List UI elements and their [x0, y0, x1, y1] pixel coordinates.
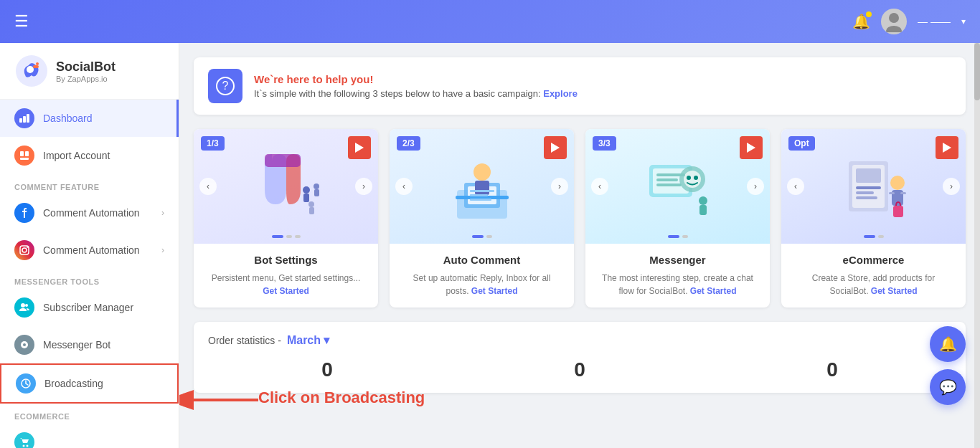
- svg-point-28: [314, 184, 319, 189]
- svg-rect-25: [265, 154, 301, 167]
- avatar[interactable]: [881, 9, 907, 34]
- import-account-label: Import Account: [43, 150, 110, 161]
- nav-dropdown-icon[interactable]: ▾: [961, 16, 966, 27]
- sidebar-item-fb-comment[interactable]: Comment Automation ›: [0, 194, 179, 232]
- card-2-nav-right[interactable]: ›: [551, 178, 568, 195]
- svg-point-48: [694, 176, 698, 180]
- navbar: ☰ 🔔 — —— ▾: [0, 0, 980, 43]
- card-4-body: eCommerce Create a Store, add products f…: [781, 244, 966, 308]
- card-2-dots: [472, 235, 492, 238]
- ecommerce-illustration: [834, 147, 913, 226]
- svg-rect-6: [19, 118, 22, 123]
- card-1-play-btn[interactable]: [348, 136, 371, 159]
- card-2-badge: 2/3: [397, 136, 420, 151]
- ig-comment-label: Comment Automation: [43, 244, 140, 256]
- bell-notification-dot: [866, 11, 872, 17]
- help-desc: It`s simple with the following 3 steps b…: [254, 88, 578, 99]
- card-1-link[interactable]: Get Started: [263, 286, 309, 296]
- dot-2: [878, 235, 884, 238]
- card-1-title: Bot Settings: [254, 254, 317, 266]
- card-1-nav-left[interactable]: ‹: [199, 178, 217, 195]
- svg-rect-8: [27, 114, 29, 123]
- svg-rect-58: [856, 186, 881, 189]
- stats-grid: 0 0 0: [208, 358, 951, 381]
- stats-section: Order statistics - March ▾ 0 0 0: [194, 322, 966, 393]
- facebook-icon: [14, 203, 34, 223]
- broadcasting-icon: [16, 373, 36, 394]
- card-2-title: Auto Comment: [443, 254, 521, 266]
- svg-point-1: [886, 26, 902, 32]
- card-4-title: eCommerce: [843, 254, 905, 266]
- sidebar-item-broadcasting[interactable]: Broadcasting: [0, 363, 179, 404]
- messenger-bot-icon: [14, 335, 34, 355]
- svg-rect-50: [656, 178, 678, 181]
- card-3-link[interactable]: Get Started: [690, 286, 737, 296]
- sidebar-item-ecommerce[interactable]: [0, 424, 179, 448]
- sidebar-item-messenger-bot[interactable]: Messenger Bot: [0, 326, 179, 363]
- section-comment-feature: COMMENT FEATURE: [0, 174, 179, 194]
- card-3-nav-right[interactable]: ›: [747, 178, 764, 195]
- svg-point-47: [687, 176, 691, 180]
- import-account-icon: [14, 146, 34, 166]
- svg-rect-59: [856, 191, 874, 194]
- section-messenger-tools: MESSENGER TOOLS: [0, 269, 179, 289]
- floating-bell-button[interactable]: 🔔: [930, 326, 966, 362]
- svg-rect-41: [470, 199, 491, 201]
- card-2-desc: Set up automatic Reply, Inbox for all po…: [401, 272, 562, 297]
- svg-rect-60: [856, 196, 877, 199]
- svg-point-3: [27, 66, 34, 73]
- svg-rect-39: [470, 190, 494, 192]
- svg-rect-29: [314, 189, 319, 196]
- svg-rect-63: [889, 192, 895, 194]
- card-4-badge: Opt: [788, 136, 815, 151]
- app-tagline: By ZapApps.io: [56, 75, 116, 83]
- dot-1: [472, 235, 484, 238]
- logo-icon: [14, 54, 49, 88]
- sidebar-item-dashboard[interactable]: Dashboard: [0, 100, 179, 137]
- svg-rect-27: [303, 194, 309, 202]
- nav-username: — ——: [918, 16, 951, 27]
- sidebar-item-import-account[interactable]: Import Account: [0, 137, 179, 174]
- sidebar-item-subscriber-manager[interactable]: Subscriber Manager: [0, 289, 179, 326]
- card-3-play-btn[interactable]: [740, 136, 763, 159]
- card-3-body: Messenger The most interesting step, cre…: [585, 244, 770, 308]
- svg-rect-53: [699, 205, 707, 215]
- dot-1: [272, 235, 283, 238]
- card-1-nav-right[interactable]: ›: [355, 178, 372, 195]
- card-2-link[interactable]: Get Started: [471, 286, 518, 296]
- scrollbar-track[interactable]: [974, 43, 980, 448]
- navbar-bell-icon[interactable]: 🔔: [852, 13, 870, 30]
- svg-rect-65: [893, 206, 903, 217]
- hamburger-icon[interactable]: ☰: [14, 12, 29, 31]
- svg-rect-5: [36, 62, 39, 65]
- svg-point-20: [23, 445, 25, 447]
- card-1-image: 1/3: [194, 129, 378, 244]
- card-3-badge: 3/3: [593, 136, 616, 151]
- sidebar-item-ig-comment[interactable]: Comment Automation ›: [0, 232, 179, 269]
- card-4-play-btn[interactable]: [936, 136, 958, 159]
- stats-month-dropdown[interactable]: March ▾: [287, 333, 330, 347]
- dot-1: [668, 235, 679, 238]
- floating-chat-button[interactable]: 💬: [930, 369, 966, 405]
- svg-point-36: [473, 163, 491, 181]
- card-3-nav-left[interactable]: ‹: [591, 178, 608, 195]
- card-4-nav-left[interactable]: ‹: [787, 178, 804, 195]
- card-4-desc: Create a Store, add products for SocialB…: [793, 272, 954, 297]
- card-4-nav-right[interactable]: ›: [943, 178, 960, 195]
- svg-rect-7: [23, 116, 26, 123]
- card-bot-settings: 1/3: [194, 129, 378, 308]
- svg-point-16: [25, 304, 28, 307]
- card-2-nav-left[interactable]: ‹: [395, 178, 413, 195]
- help-explore-link[interactable]: Explore: [543, 88, 578, 99]
- stat-item-1: 0: [208, 358, 446, 381]
- card-messenger: 3/3: [585, 129, 770, 308]
- dashboard-icon: [14, 108, 34, 128]
- svg-rect-9: [20, 151, 24, 156]
- svg-point-52: [699, 196, 707, 205]
- svg-point-15: [21, 303, 25, 308]
- dot-1: [864, 235, 875, 238]
- card-2-play-btn[interactable]: [544, 136, 567, 159]
- card-4-link[interactable]: Get Started: [871, 286, 918, 296]
- scrollbar-thumb[interactable]: [974, 43, 980, 100]
- svg-marker-42: [747, 143, 755, 153]
